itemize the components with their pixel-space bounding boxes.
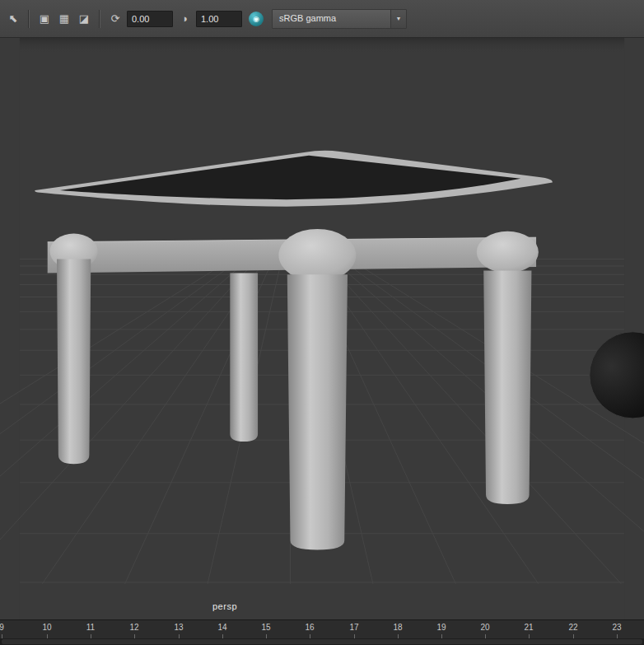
remove-image-icon[interactable]: ▦: [56, 11, 72, 27]
time-tick: 15: [261, 623, 270, 632]
time-tick: 23: [612, 623, 621, 632]
table-leg-back[interactable]: [230, 273, 258, 442]
time-tick: 13: [174, 623, 183, 632]
time-tick: 16: [305, 623, 314, 632]
gamma-icon[interactable]: ◑: [176, 11, 193, 27]
time-tick: 19: [436, 623, 446, 632]
perspective-viewport[interactable]: persp: [0, 38, 644, 619]
toolbar-divider: [99, 10, 100, 28]
application-window: ⬉ ▣ ▦ ◪ ⟳ ◑ ◉ sRGB gamma ▼: [0, 0, 644, 645]
gamma-field[interactable]: [196, 11, 242, 27]
time-tick: 12: [129, 623, 138, 632]
exposure-field[interactable]: [127, 11, 173, 27]
time-tick: 9: [0, 623, 4, 632]
time-tick: 10: [42, 623, 51, 632]
time-tick: 22: [568, 623, 577, 632]
table-leg-center-bulb[interactable]: [278, 229, 356, 282]
time-tick: 14: [217, 623, 226, 632]
table-leg-center[interactable]: [287, 274, 348, 549]
time-tick: 11: [86, 623, 95, 632]
range-slider[interactable]: [0, 638, 644, 645]
view-transform-value: sRGB gamma: [273, 10, 390, 28]
table-leg-left[interactable]: [57, 259, 91, 465]
time-slider[interactable]: 9 10 11 12 13 14 15 16 17 18 19 20 21 22…: [0, 619, 644, 638]
keep-image-icon[interactable]: ▣: [36, 11, 53, 27]
time-tick: 17: [349, 623, 358, 632]
toolbar-divider: [28, 10, 30, 28]
time-tick: 21: [524, 623, 533, 632]
color-management-icon[interactable]: ◉: [249, 12, 264, 26]
viewport-canvas: [0, 38, 644, 619]
time-tick: 20: [480, 623, 489, 632]
exposure-icon[interactable]: ⟳: [107, 11, 124, 27]
marquee-tool-icon[interactable]: ⬉: [5, 11, 21, 27]
snapshot-icon[interactable]: ◪: [76, 11, 92, 27]
viewport-top-shade: [20, 38, 624, 54]
range-slider-bar[interactable]: [2, 639, 642, 644]
view-transform-dropdown[interactable]: sRGB gamma ▼: [272, 9, 407, 29]
table-leg-right[interactable]: [483, 271, 531, 505]
time-tick: 18: [393, 623, 402, 632]
table-leg-right-bulb[interactable]: [477, 231, 539, 273]
camera-label: persp: [212, 601, 237, 611]
viewport-toolbar: ⬉ ▣ ▦ ◪ ⟳ ◑ ◉ sRGB gamma ▼: [0, 0, 644, 38]
chevron-down-icon[interactable]: ▼: [390, 10, 406, 28]
